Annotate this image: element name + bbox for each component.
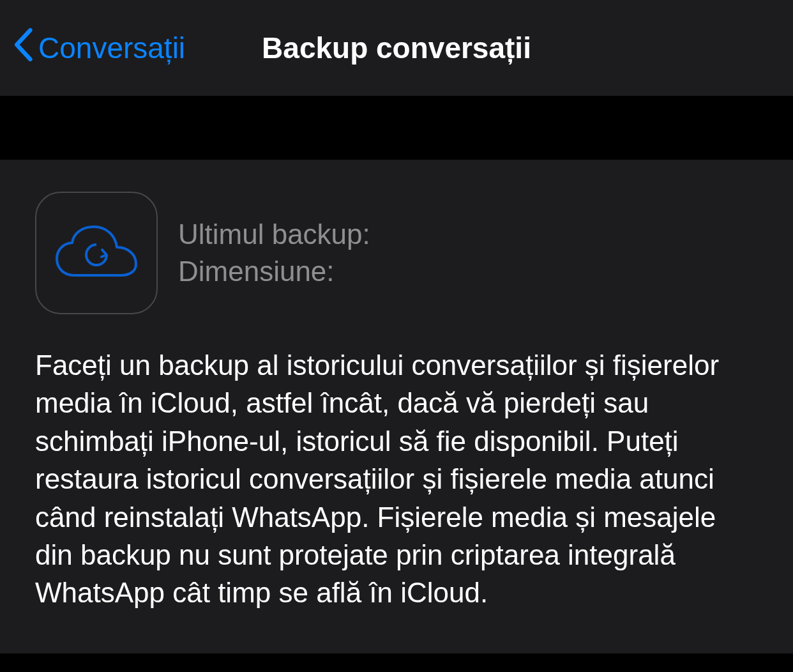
backup-content-section: Ultimul backup: Dimensiune: Faceți un ba…: [0, 160, 793, 653]
navigation-bar: Conversații Backup conversații: [0, 0, 793, 96]
last-backup-label: Ultimul backup:: [178, 218, 370, 250]
back-button-label: Conversații: [38, 31, 185, 65]
back-button[interactable]: Conversații: [13, 28, 185, 68]
size-label: Dimensiune:: [178, 256, 370, 287]
chevron-left-icon: [13, 28, 33, 68]
page-title: Backup conversații: [262, 31, 531, 65]
backup-description: Faceți un backup al istoricului conversa…: [35, 346, 758, 612]
backup-details: Ultimul backup: Dimensiune:: [178, 218, 370, 287]
cloud-backup-icon: [35, 192, 158, 314]
backup-info-row: Ultimul backup: Dimensiune:: [35, 192, 758, 314]
